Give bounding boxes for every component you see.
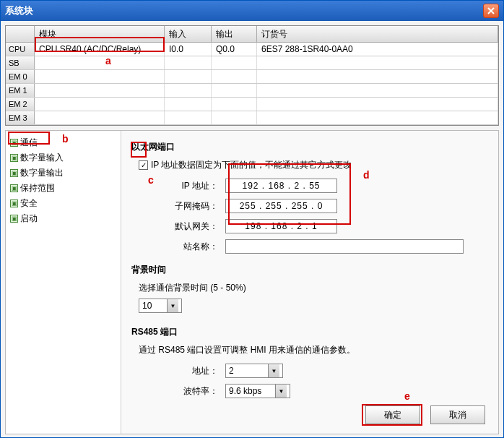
- dialog-content: 模块 输入 输出 订货号 CPU CPU SR40 (AC/DC/Relay) …: [1, 21, 503, 438]
- lower-pane: ▣通信 ▣数字量输入 ▣数字量输出 ▣保持范围 ▣安全 ▣启动 以太网端口 ✓ …: [5, 130, 499, 434]
- fix-ip-checkbox[interactable]: ✓: [139, 160, 148, 170]
- cell-order: [257, 84, 498, 97]
- titlebar: 系统块: [1, 1, 503, 21]
- close-button[interactable]: [483, 4, 499, 18]
- cell-input: I0.0: [165, 43, 212, 56]
- cell-module: [35, 56, 165, 69]
- cell-input: [165, 111, 212, 124]
- tree-icon: ▣: [10, 154, 18, 162]
- nav-label: 通信: [20, 137, 38, 149]
- tree-icon: ▣: [10, 169, 18, 177]
- station-name-label: 站名称：: [131, 241, 225, 253]
- subnet-mask-label: 子网掩码：: [131, 200, 225, 212]
- rs485-baud-select[interactable]: 9.6 kbps ▼: [225, 384, 290, 398]
- nav-item-security[interactable]: ▣安全: [9, 196, 118, 211]
- ip-address-label: IP 地址：: [131, 180, 225, 192]
- ip-address-input[interactable]: 192 . 168 . 2 . 55: [225, 179, 337, 193]
- tree-icon: ▣: [10, 184, 18, 192]
- cell-module: [35, 84, 165, 97]
- header-input: 输入: [165, 26, 212, 42]
- fix-ip-row: ✓ IP 地址数据固定为下面的值，不能通过其它方式更改: [139, 159, 488, 171]
- cell-module: [35, 98, 165, 111]
- header-order: 订货号: [257, 26, 498, 42]
- row-slot: EM 0: [6, 70, 35, 83]
- cell-output: [212, 98, 257, 111]
- table-row[interactable]: EM 0: [6, 70, 498, 84]
- table-row[interactable]: EM 3: [6, 111, 498, 125]
- header-blank: [6, 26, 35, 42]
- close-icon: [487, 7, 495, 14]
- station-name-input[interactable]: [225, 239, 464, 254]
- row-slot: EM 2: [6, 98, 35, 111]
- background-section-title: 背景时间: [131, 264, 488, 276]
- nav-label: 数字量输出: [20, 167, 64, 179]
- table-row[interactable]: EM 1: [6, 84, 498, 98]
- settings-panel: 以太网端口 ✓ IP 地址数据固定为下面的值，不能通过其它方式更改 IP 地址：…: [121, 131, 498, 434]
- table-row[interactable]: CPU CPU SR40 (AC/DC/Relay) I0.0 Q0.0 6ES…: [6, 43, 498, 56]
- chevron-down-icon: ▼: [268, 364, 279, 377]
- row-slot: SB: [6, 56, 35, 69]
- rs485-address-label: 地址：: [131, 365, 225, 377]
- rs485-desc: 通过 RS485 端口设置可调整 HMI 用来通信的通信参数。: [139, 344, 488, 356]
- cell-input: [165, 56, 212, 69]
- cell-output: [212, 56, 257, 69]
- nav-label: 数字量输入: [20, 152, 64, 164]
- dialog-title: 系统块: [5, 4, 483, 17]
- system-block-dialog: 系统块 模块 输入 输出 订货号 CPU CPU SR40 (AC/DC/Rel…: [0, 0, 504, 438]
- gateway-label: 默认网关：: [131, 220, 225, 233]
- rs485-address-value: 2: [229, 366, 234, 376]
- row-slot: EM 3: [6, 111, 35, 124]
- subnet-mask-input[interactable]: 255 . 255 . 255 . 0: [225, 199, 337, 213]
- cancel-button[interactable]: 取消: [430, 405, 485, 424]
- cell-input: [165, 70, 212, 83]
- nav-item-retentive[interactable]: ▣保持范围: [9, 181, 118, 196]
- module-grid: 模块 输入 输出 订货号 CPU CPU SR40 (AC/DC/Relay) …: [5, 25, 499, 126]
- nav-item-digital-output[interactable]: ▣数字量输出: [9, 166, 118, 181]
- button-bar: 确定 取消: [131, 405, 488, 424]
- cell-order: [257, 70, 498, 83]
- nav-tree: ▣通信 ▣数字量输入 ▣数字量输出 ▣保持范围 ▣安全 ▣启动: [6, 131, 121, 434]
- cell-input: [165, 98, 212, 111]
- cell-output: [212, 70, 257, 83]
- cell-module: [35, 111, 165, 124]
- ethernet-section-title: 以太网端口: [131, 141, 488, 153]
- cell-output: [212, 84, 257, 97]
- gateway-input[interactable]: 198 . 168 . 2 . 1: [225, 219, 337, 233]
- cell-output: Q0.0: [212, 43, 257, 56]
- fix-ip-label: IP 地址数据固定为下面的值，不能通过其它方式更改: [151, 159, 352, 171]
- nav-label: 保持范围: [20, 182, 55, 194]
- nav-label: 安全: [20, 197, 38, 210]
- grid-header: 模块 输入 输出 订货号: [6, 26, 498, 43]
- rs485-address-select[interactable]: 2 ▼: [225, 364, 283, 378]
- cell-order: [257, 56, 498, 69]
- background-desc: 选择通信背景时间 (5 - 50%): [139, 282, 488, 294]
- nav-label: 启动: [20, 212, 38, 225]
- table-row[interactable]: EM 2: [6, 98, 498, 111]
- tree-icon: ▣: [10, 199, 18, 207]
- row-slot: CPU: [6, 43, 35, 56]
- cell-output: [212, 111, 257, 124]
- rs485-section-title: RS485 端口: [131, 326, 488, 338]
- tree-icon: ▣: [10, 215, 18, 223]
- header-module: 模块: [35, 26, 165, 42]
- nav-item-startup[interactable]: ▣启动: [9, 211, 118, 226]
- rs485-baud-value: 9.6 kbps: [229, 386, 261, 396]
- cell-module: [35, 70, 165, 83]
- chevron-down-icon: ▼: [167, 299, 178, 312]
- nav-item-communication[interactable]: ▣通信: [9, 135, 118, 150]
- background-time-select[interactable]: 10 ▼: [139, 299, 182, 313]
- cell-order: 6ES7 288-1SR40-0AA0: [257, 43, 498, 56]
- table-row[interactable]: SB: [6, 56, 498, 70]
- ok-button[interactable]: 确定: [365, 405, 420, 424]
- header-output: 输出: [212, 26, 257, 42]
- cell-order: [257, 111, 498, 124]
- row-slot: EM 1: [6, 84, 35, 97]
- cell-input: [165, 84, 212, 97]
- nav-item-digital-input[interactable]: ▣数字量输入: [9, 150, 118, 166]
- tree-icon: ▣: [10, 139, 18, 147]
- cell-order: [257, 98, 498, 111]
- background-time-value: 10: [142, 301, 152, 311]
- rs485-baud-label: 波特率：: [131, 385, 225, 398]
- cell-module: CPU SR40 (AC/DC/Relay): [35, 43, 165, 56]
- chevron-down-icon: ▼: [275, 385, 287, 398]
